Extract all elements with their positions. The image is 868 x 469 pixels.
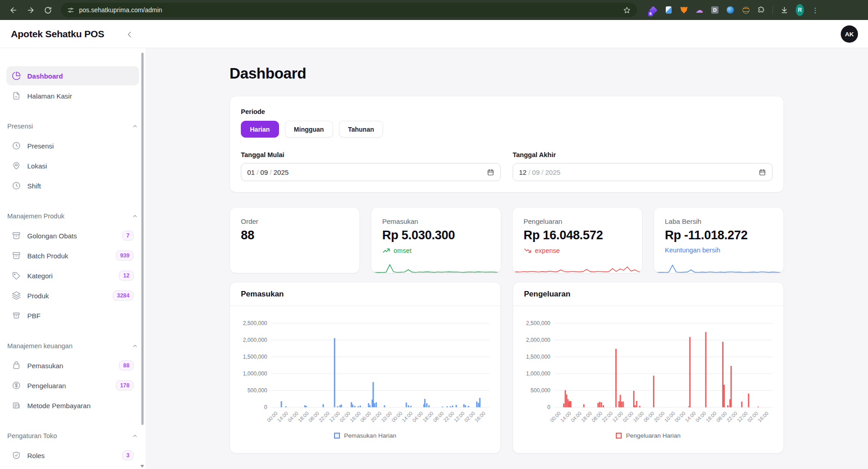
- sidebar-item-roles[interactable]: Roles3: [6, 446, 139, 465]
- stat-card-pemasukan: PemasukanRp 5.030.300omset: [371, 207, 501, 273]
- svg-text:08:00: 08:00: [590, 410, 603, 423]
- chart-header: Pemasukan: [230, 282, 500, 306]
- count-badge: 12: [119, 271, 134, 281]
- chevron-up-icon[interactable]: [132, 123, 138, 129]
- chevron-up-icon[interactable]: [132, 433, 138, 439]
- legend-swatch: [334, 433, 340, 439]
- charts-row: Pemasukan2,500,0002,000,0001,500,0001,00…: [229, 282, 784, 454]
- svg-text:08:00: 08:00: [307, 410, 320, 423]
- svg-text:500,000: 500,000: [531, 387, 551, 394]
- svg-text:12:00: 12:00: [736, 410, 748, 423]
- svg-text:02:00: 02:00: [339, 410, 351, 423]
- address-bar[interactable]: pos.sehatkuprima.com/admin: [61, 3, 637, 17]
- stat-value: Rp 16.048.572: [524, 228, 631, 242]
- shield-check-icon: [12, 451, 21, 460]
- chart-header: Pengeluaran: [513, 282, 783, 306]
- periode-button-tahunan[interactable]: Tahunan: [339, 121, 383, 138]
- document-icon: [12, 91, 21, 100]
- filter-card: Periode HarianMingguanTahunan Tanggal Mu…: [229, 96, 784, 193]
- sidebar-collapse-button[interactable]: [124, 29, 135, 40]
- sidebar-item-label: Pengeluaran: [27, 382, 66, 390]
- svg-text:14:00: 14:00: [401, 410, 414, 423]
- svg-text:04:00: 04:00: [287, 410, 299, 423]
- svg-text:2,000,000: 2,000,000: [526, 337, 551, 343]
- sidebar-item-pengeluaran[interactable]: Pengeluaran178: [6, 376, 139, 395]
- svg-text:22:00: 22:00: [725, 410, 738, 423]
- periode-buttons: HarianMingguanTahunan: [241, 121, 773, 138]
- svg-text:00:00: 00:00: [673, 410, 686, 423]
- start-date-input[interactable]: 01/09/2025: [241, 163, 501, 181]
- clock-icon: [12, 141, 21, 150]
- sidebar-item-produk[interactable]: Produk3284: [6, 286, 139, 305]
- sidebar-item-pbf[interactable]: PBF: [6, 306, 139, 325]
- url-text[interactable]: pos.sehatkuprima.com/admin: [79, 6, 618, 14]
- svg-text:18:00: 18:00: [297, 410, 309, 423]
- user-avatar[interactable]: AK: [841, 25, 858, 43]
- sidebar-section-presensi: Presensi: [7, 122, 138, 131]
- sidebar-scrollbar[interactable]: [141, 53, 144, 425]
- svg-text:12:00: 12:00: [453, 410, 465, 423]
- extensions-puzzle-icon[interactable]: [757, 6, 765, 14]
- chevron-up-icon[interactable]: [132, 213, 138, 219]
- count-badge: 7: [122, 231, 134, 241]
- end-date-input[interactable]: 12/09/2025: [513, 163, 773, 181]
- sidebar-item-label: Metode Pembayaran: [27, 402, 90, 410]
- calendar-icon[interactable]: [487, 168, 494, 176]
- forward-icon[interactable]: [24, 3, 37, 17]
- trend-down-icon: [524, 247, 532, 255]
- sidebar-scroll-down-icon[interactable]: [140, 465, 144, 468]
- svg-text:14:00: 14:00: [559, 410, 572, 423]
- sidebar-item-kategori[interactable]: Kategori12: [6, 266, 139, 285]
- sidebar-item-pemasukan[interactable]: Pemasukan88: [6, 356, 139, 375]
- browser-menu-icon[interactable]: ⋮: [811, 6, 819, 14]
- sidebar-item-presensi[interactable]: Presensi: [6, 136, 139, 155]
- site-settings-icon[interactable]: [67, 7, 74, 14]
- date-day: 12: [519, 168, 527, 176]
- extension-fox-icon[interactable]: [680, 6, 688, 14]
- stat-trend-label: omset: [394, 247, 412, 254]
- periode-button-harian[interactable]: Harian: [241, 121, 279, 138]
- extension-disc-icon[interactable]: [726, 6, 734, 14]
- sparkline: [513, 263, 642, 273]
- newspaper-icon: [12, 401, 21, 410]
- periode-button-mingguan[interactable]: Mingguan: [285, 121, 333, 138]
- svg-text:22:00: 22:00: [318, 410, 330, 423]
- count-badge: 88: [119, 360, 134, 370]
- count-badge: 3284: [113, 291, 134, 301]
- svg-text:20:00: 20:00: [653, 410, 665, 423]
- sidebar-item-shift[interactable]: Shift: [6, 176, 139, 195]
- extension-d-icon[interactable]: D: [711, 6, 719, 14]
- svg-text:00:00: 00:00: [549, 410, 562, 423]
- stat-card-order: Order88: [229, 207, 360, 273]
- sidebar-item-metode-pembayaran[interactable]: Metode Pembayaran: [6, 396, 139, 415]
- extension-cloud-icon[interactable]: ☁: [695, 6, 703, 14]
- extension-globe-icon[interactable]: [742, 6, 750, 14]
- legend-label: Pengeluaran Harian: [626, 432, 680, 439]
- sidebar-item-golongan-obats[interactable]: Golongan Obats7: [6, 226, 139, 245]
- sidebar-item-batch-produk[interactable]: Batch Produk939: [6, 246, 139, 265]
- extension-clipboard-icon[interactable]: [664, 6, 673, 14]
- date-month: 09: [532, 168, 540, 176]
- profile-avatar[interactable]: R: [796, 6, 804, 14]
- bookmark-star-icon[interactable]: [623, 6, 631, 14]
- chart-title: Pengeluaran: [524, 290, 570, 299]
- calendar-icon[interactable]: [758, 168, 766, 176]
- chart-legend: Pemasukan Harian: [230, 432, 500, 439]
- reload-icon[interactable]: [41, 3, 55, 17]
- extension-diamond-icon[interactable]: 6: [649, 6, 657, 14]
- chevron-up-icon[interactable]: [132, 343, 138, 349]
- sidebar-item-label: Batch Produk: [27, 252, 68, 260]
- sidebar-item-lokasi[interactable]: Lokasi: [6, 156, 139, 175]
- main-area: Dashboard Periode HarianMingguanTahunan …: [145, 48, 868, 469]
- svg-text:02:00: 02:00: [463, 410, 476, 423]
- sidebar-item-dashboard[interactable]: Dashboard: [6, 66, 139, 85]
- sidebar-item-halaman-kasir[interactable]: Halaman Kasir: [6, 86, 139, 105]
- stat-trend-label: expense: [535, 247, 560, 254]
- svg-text:16:00: 16:00: [474, 410, 486, 423]
- trend-up-icon: [382, 247, 390, 255]
- date-separator: /: [255, 168, 260, 176]
- downloads-icon[interactable]: [780, 6, 788, 14]
- back-icon[interactable]: [6, 3, 20, 17]
- svg-text:22:00: 22:00: [601, 410, 614, 423]
- svg-text:1,500,000: 1,500,000: [243, 354, 268, 360]
